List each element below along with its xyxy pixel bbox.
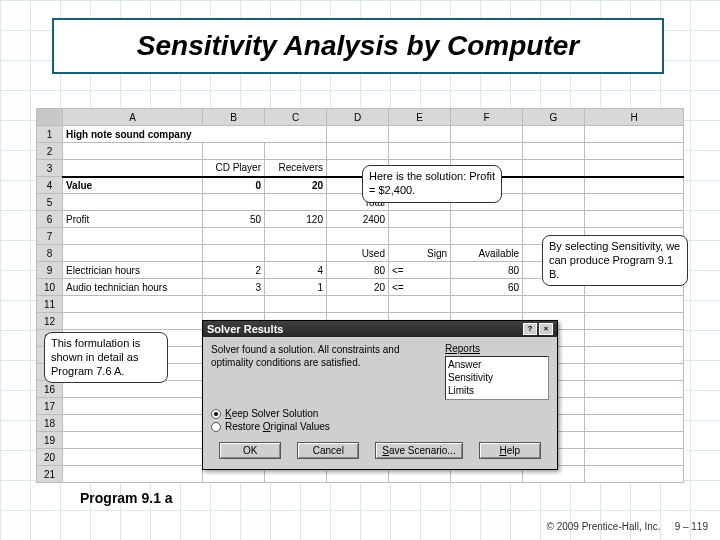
cell[interactable]	[203, 143, 265, 160]
cell[interactable]	[451, 143, 523, 160]
cell[interactable]	[585, 126, 684, 143]
cell[interactable]	[63, 296, 203, 313]
cell[interactable]: 0	[203, 177, 265, 194]
cell[interactable]: <=	[389, 262, 451, 279]
col-header[interactable]: C	[265, 109, 327, 126]
cell[interactable]	[63, 398, 203, 415]
col-header[interactable]: E	[389, 109, 451, 126]
cell[interactable]	[585, 466, 684, 483]
cell[interactable]	[63, 432, 203, 449]
row-header[interactable]: 8	[37, 245, 63, 262]
radio-keep-solution[interactable]: Keep Solver Solution	[211, 408, 549, 419]
help-button[interactable]: Help	[479, 442, 541, 459]
cell[interactable]	[389, 228, 451, 245]
cell[interactable]: Electrician hours	[63, 262, 203, 279]
dialog-titlebar[interactable]: Solver Results ? ×	[203, 321, 557, 337]
cell[interactable]: 80	[451, 262, 523, 279]
cell[interactable]: 1	[265, 279, 327, 296]
cell[interactable]	[63, 449, 203, 466]
ok-button[interactable]: OK	[219, 442, 281, 459]
row-header[interactable]: 7	[37, 228, 63, 245]
row-header[interactable]: 4	[37, 177, 63, 194]
cell[interactable]	[585, 143, 684, 160]
cell[interactable]	[585, 330, 684, 347]
row-header[interactable]: 2	[37, 143, 63, 160]
list-item[interactable]: Limits	[448, 384, 546, 397]
cell[interactable]: Audio technician hours	[63, 279, 203, 296]
cell[interactable]	[63, 228, 203, 245]
cell[interactable]	[63, 381, 203, 398]
cell[interactable]	[585, 347, 684, 364]
cell[interactable]	[585, 160, 684, 177]
col-header[interactable]: G	[523, 109, 585, 126]
cell[interactable]	[451, 126, 523, 143]
cell[interactable]: 2	[203, 262, 265, 279]
cell[interactable]	[585, 364, 684, 381]
cell[interactable]	[585, 211, 684, 228]
row-header[interactable]: 21	[37, 466, 63, 483]
cell[interactable]	[451, 296, 523, 313]
row-header[interactable]: 9	[37, 262, 63, 279]
close-icon[interactable]: ×	[539, 323, 553, 335]
row-header[interactable]: 1	[37, 126, 63, 143]
cell[interactable]	[203, 228, 265, 245]
save-scenario-button[interactable]: Save Scenario...	[375, 442, 462, 459]
cell[interactable]: Profit	[63, 211, 203, 228]
col-header[interactable]: H	[585, 109, 684, 126]
cell[interactable]	[63, 143, 203, 160]
cell[interactable]	[585, 313, 684, 330]
list-item[interactable]: Sensitivity	[448, 371, 546, 384]
cell[interactable]: 2400	[327, 211, 389, 228]
cell[interactable]	[523, 194, 585, 211]
cell[interactable]: 20	[265, 177, 327, 194]
cell[interactable]	[389, 143, 451, 160]
cell[interactable]: 20	[327, 279, 389, 296]
cell[interactable]: Receivers	[265, 160, 327, 177]
cell[interactable]	[585, 177, 684, 194]
cell[interactable]: 60	[451, 279, 523, 296]
cell[interactable]	[63, 245, 203, 262]
cell[interactable]	[389, 126, 451, 143]
cell[interactable]	[63, 194, 203, 211]
cell[interactable]	[265, 194, 327, 211]
cell[interactable]	[585, 296, 684, 313]
cell[interactable]: High note sound company	[63, 126, 327, 143]
cell[interactable]	[585, 449, 684, 466]
cell[interactable]: Sign	[389, 245, 451, 262]
col-header[interactable]: A	[63, 109, 203, 126]
cell[interactable]	[265, 143, 327, 160]
cell[interactable]	[63, 313, 203, 330]
radio-restore-values[interactable]: Restore Original Values	[211, 421, 549, 432]
cell[interactable]: 120	[265, 211, 327, 228]
row-header[interactable]: 19	[37, 432, 63, 449]
cell[interactable]	[523, 296, 585, 313]
row-header[interactable]: 17	[37, 398, 63, 415]
row-header[interactable]: 11	[37, 296, 63, 313]
row-header[interactable]: 10	[37, 279, 63, 296]
cell[interactable]	[327, 143, 389, 160]
list-item[interactable]: Answer	[448, 358, 546, 371]
select-all-corner[interactable]	[37, 109, 63, 126]
cell[interactable]	[523, 211, 585, 228]
cell[interactable]: 50	[203, 211, 265, 228]
row-header[interactable]: 5	[37, 194, 63, 211]
row-header[interactable]: 20	[37, 449, 63, 466]
cell[interactable]: Available	[451, 245, 523, 262]
cell[interactable]	[389, 296, 451, 313]
col-header[interactable]: F	[451, 109, 523, 126]
cell[interactable]	[327, 296, 389, 313]
cell[interactable]: CD Player	[203, 160, 265, 177]
cell[interactable]	[203, 296, 265, 313]
cell[interactable]	[265, 228, 327, 245]
cell[interactable]: 80	[327, 262, 389, 279]
cell[interactable]: <=	[389, 279, 451, 296]
cell[interactable]	[265, 245, 327, 262]
cell[interactable]	[523, 160, 585, 177]
cell[interactable]: Used	[327, 245, 389, 262]
row-header[interactable]: 16	[37, 381, 63, 398]
cell[interactable]	[203, 194, 265, 211]
cell[interactable]	[203, 245, 265, 262]
cell[interactable]	[523, 126, 585, 143]
col-header[interactable]: B	[203, 109, 265, 126]
cell[interactable]	[63, 160, 203, 177]
